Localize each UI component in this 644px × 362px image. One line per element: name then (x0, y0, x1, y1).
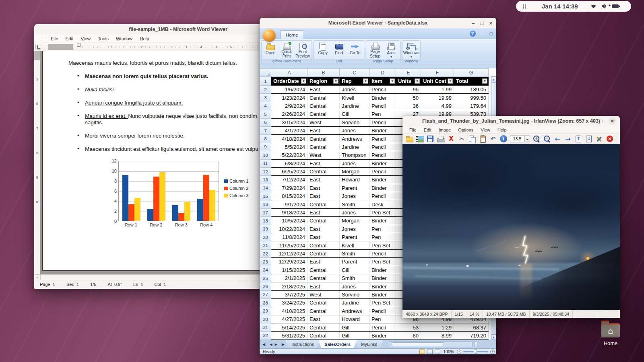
next-sheet-icon[interactable]: ▶ (274, 343, 278, 346)
filter-button[interactable]: ▼ (333, 78, 339, 84)
cut-icon[interactable]: ✂ (458, 135, 466, 143)
sheet-cell[interactable]: West (308, 118, 340, 126)
sheet-cell[interactable]: Andrews (340, 135, 369, 143)
filter-button[interactable]: ▼ (390, 78, 395, 84)
exit-icon[interactable] (606, 135, 614, 143)
sheet-cell[interactable]: West (308, 151, 340, 159)
sheet-cell[interactable]: Gill (340, 331, 369, 339)
row-number[interactable]: 25 (260, 274, 271, 282)
sheet-cell[interactable]: 80 (396, 331, 421, 339)
sheet-cell[interactable]: 4/18/2024 (271, 135, 308, 143)
minimize-icon[interactable]: – (472, 21, 475, 26)
ribbon-restore-icon[interactable]: ▢ (489, 31, 493, 36)
sheet-cell[interactable]: Pen Set (369, 258, 396, 266)
scroll-thumb[interactable] (392, 342, 444, 346)
header-cell[interactable]: Item▼ (369, 77, 396, 86)
page-break-view-icon[interactable] (435, 350, 440, 354)
sheet-cell[interactable]: Pencil (369, 192, 396, 200)
sheet-cell[interactable]: 1.29 (421, 323, 454, 331)
row-number[interactable]: 1 (260, 77, 271, 86)
sheet-cell[interactable]: Andrews (340, 307, 369, 315)
ribbon-tab-home[interactable]: Home (281, 30, 303, 39)
irfanview-titlebar[interactable]: Flash_and_Thunder_by_Julian_Tomasini.jpg… (402, 116, 620, 126)
row-number[interactable]: 23 (260, 258, 271, 266)
sheet-cell[interactable]: 8.99 (421, 331, 454, 339)
sheet-cell[interactable]: Central (308, 299, 340, 307)
column-header-E[interactable]: E (396, 69, 421, 77)
sheet-cell[interactable]: Central (308, 110, 340, 118)
sheet-cell[interactable]: Pencil (369, 86, 396, 94)
sheet-cell[interactable]: East (308, 159, 340, 167)
sheet-cell[interactable]: East (308, 282, 340, 290)
first-image-icon[interactable]: ↑ (574, 135, 582, 143)
row-number[interactable]: 27 (260, 290, 271, 298)
row-number[interactable]: 11 (260, 159, 271, 167)
delete-icon[interactable]: X (447, 135, 455, 143)
sheet-cell[interactable]: Central (308, 200, 340, 208)
sheet-tab-instructions[interactable]: Instructions (285, 340, 320, 348)
sheet-cell[interactable]: Central (308, 94, 340, 102)
filter-button[interactable]: ▼ (301, 78, 306, 84)
sheet-cell[interactable]: 11/25/2024 (271, 241, 308, 249)
row-number[interactable]: 26 (260, 282, 271, 290)
sheet-cell[interactable]: East (308, 184, 340, 192)
menu-edit[interactable]: Edit (420, 128, 435, 132)
sheet-cell[interactable]: 719.20 (454, 331, 489, 339)
sheet-cell[interactable]: 1/15/2025 (271, 266, 308, 274)
header-cell[interactable]: Total▼ (454, 77, 489, 86)
row-number[interactable]: 30 (260, 315, 271, 323)
header-cell[interactable]: Unit Cost▼ (421, 77, 454, 86)
header-cell[interactable]: Region▼ (308, 77, 340, 86)
zoom-out-icon[interactable]: − (457, 350, 461, 354)
sheet-cell[interactable]: Jones (340, 159, 369, 167)
menu-help[interactable]: Help (494, 128, 510, 132)
sheet-cell[interactable]: Binder (369, 290, 396, 298)
sheet-cell[interactable]: East (308, 192, 340, 200)
ribbon-button-copy[interactable]: Copy (315, 41, 331, 58)
ribbon-button-open[interactable]: Open (262, 41, 279, 58)
sheet-cell[interactable]: 1/23/2024 (271, 94, 308, 102)
sheet-cell[interactable]: Gill (340, 266, 369, 274)
ribbon-button-switch-windows[interactable]: Switch Windows▼ (403, 41, 419, 58)
sheet-cell[interactable]: Kivell (340, 94, 369, 102)
sheet-cell[interactable]: Central (308, 217, 340, 225)
zoom-slider[interactable] (463, 351, 488, 352)
sheet-cell[interactable]: Pencil (369, 249, 396, 257)
sheet-cell[interactable]: 9/18/2024 (271, 208, 308, 216)
zoom-dropdown-icon[interactable] (524, 136, 530, 142)
sheet-nav-buttons[interactable]: ◀▏◀▶▕▶ (261, 340, 287, 348)
last-sheet-icon[interactable]: ▕▶ (279, 343, 285, 346)
ribbon-button-find[interactable]: Find (331, 41, 347, 58)
sheet-cell[interactable]: East (308, 208, 340, 216)
sheet-cell[interactable]: Binder (369, 159, 396, 167)
sheet-cell[interactable]: Pencil (369, 135, 396, 143)
sheet-cell[interactable]: Thompson (340, 151, 369, 159)
slideshow-icon[interactable] (416, 135, 424, 143)
row-number[interactable]: 29 (260, 307, 271, 315)
system-top-bar[interactable]: Jan 14 14:39 (516, 1, 631, 12)
filter-button[interactable]: ▼ (363, 78, 368, 84)
row-number[interactable]: 10 (260, 151, 271, 159)
close-icon[interactable]: ✕ (609, 117, 616, 125)
sheet-cell[interactable]: Jones (340, 126, 369, 134)
excel-titlebar[interactable]: Microsoft Excel Viewer - SampleData.xlsx… (260, 18, 496, 28)
row-number[interactable]: 16 (260, 200, 271, 208)
sheet-cell[interactable]: Binder (369, 282, 396, 290)
sheet-cell[interactable]: Central (308, 266, 340, 274)
maximize-icon[interactable]: □ (481, 21, 484, 26)
menu-image[interactable]: Image (435, 128, 455, 132)
sheet-cell[interactable]: 7/12/2024 (271, 176, 308, 184)
ribbon-minimize-icon[interactable]: — (481, 31, 485, 36)
sheet-cell[interactable]: Desk (369, 200, 396, 208)
sheet-cell[interactable]: West (308, 290, 340, 298)
sheet-cell[interactable]: 10/22/2024 (271, 225, 308, 233)
zoom-in-icon[interactable]: + (533, 135, 541, 143)
column-header-B[interactable]: B (308, 69, 340, 77)
sheet-cell[interactable]: Pen Set (369, 241, 396, 249)
sheet-cell[interactable]: Central (308, 102, 340, 110)
sheet-cell[interactable]: Central (308, 143, 340, 151)
row-number[interactable]: 18 (260, 217, 271, 225)
sheet-cell[interactable]: Jardine (340, 102, 369, 110)
sheet-cell[interactable]: 50 (396, 94, 421, 102)
row-number[interactable]: 14 (260, 184, 271, 192)
